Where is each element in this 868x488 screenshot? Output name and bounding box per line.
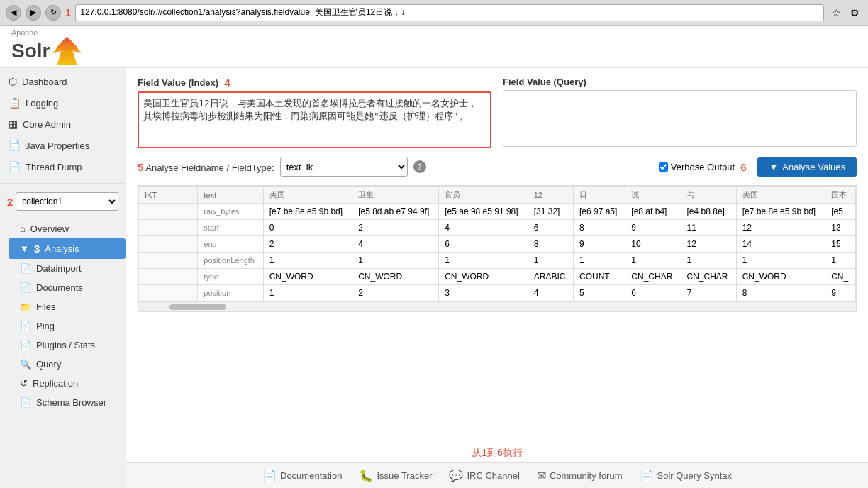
apache-label: Apache	[11, 28, 38, 37]
collection-nav-ping[interactable]: 📄 Ping	[9, 316, 126, 336]
settings-icon[interactable]: ⚙	[847, 5, 862, 21]
sidebar-item-thread-dump[interactable]: 📄 Thread Dump	[0, 156, 126, 177]
table-header-col7: 与	[681, 187, 736, 204]
analysis-table: IKT text 美国 卫生 官员 12 日 说 与 美国 国本	[138, 186, 856, 301]
field-value-query-input[interactable]	[503, 90, 857, 147]
cell-start-3: 4	[439, 220, 528, 236]
table-header-col4: 12	[528, 187, 573, 204]
collection-label-replication: Replication	[33, 378, 78, 389]
cell-position-4: 4	[528, 285, 573, 301]
cell-position-5: 5	[574, 285, 625, 301]
footer-solr-query-syntax-label: Solr Query Syntax	[657, 470, 733, 481]
cell-raw-bytes-1: [e7 be 8e e5 9b bd]	[263, 204, 352, 220]
ping-icon: 📄	[20, 321, 31, 331]
collection-nav-files[interactable]: 📁 Files	[9, 297, 126, 316]
table-header-col5: 日	[574, 187, 625, 204]
footer-issue-tracker[interactable]: 🐛 Issue Tracker	[359, 469, 432, 482]
footer-community-forum[interactable]: ✉ Community forum	[537, 469, 623, 482]
collection-nav-query[interactable]: 🔍 Query	[9, 355, 126, 374]
cell-start-2: 2	[352, 220, 439, 236]
collection-select[interactable]: collection1	[16, 192, 118, 211]
forward-button[interactable]: ▶	[26, 5, 41, 21]
collection-label-dataimport: Dataimport	[36, 263, 82, 274]
field-value-query-group: Field Value (Query)	[503, 77, 857, 148]
cell-end-5: 9	[574, 236, 625, 253]
fieldname-label-text: Analyse Fieldname / FieldType:	[145, 162, 274, 173]
sidebar-item-dashboard[interactable]: ⬡ Dashboard	[0, 71, 126, 92]
collection-nav-documents[interactable]: 📄 Documents	[9, 278, 126, 297]
collection-nav-replication[interactable]: ↺ Replication	[9, 374, 126, 393]
field-value-index-input[interactable]: 美国卫生官员12日说，与美国本土发现的首名埃博拉患者有过接触的一名女护士，其埃博…	[138, 92, 491, 148]
irc-channel-icon: 💬	[449, 469, 463, 482]
sidebar-item-java-properties[interactable]: 📄 Java Properties	[0, 135, 126, 156]
analysis-panel: Field Value (Index) 4 美国卫生官员12日说，与美国本土发现…	[126, 68, 868, 444]
row-header-text: raw_bytes	[198, 204, 263, 220]
row-label-start	[139, 220, 198, 236]
collection-nav-overview[interactable]: ⌂ Overview	[9, 219, 126, 238]
row-label-type	[139, 269, 198, 285]
cell-end-9: 15	[825, 236, 856, 253]
java-properties-icon: 📄	[9, 140, 21, 151]
cell-raw-bytes-7: [e4 b8 8e]	[681, 204, 736, 220]
table-row-position: position 1 2 3 4 5 6 7 8 9	[139, 285, 856, 301]
cell-position-2: 2	[352, 285, 439, 301]
scrollbar-area[interactable]	[138, 301, 856, 311]
sidebar-item-logging[interactable]: 📋 Logging	[0, 92, 126, 113]
app-body: ⬡ Dashboard 📋 Logging ▦ Core Admin 📄 Jav…	[0, 68, 868, 488]
cell-end-1: 2	[263, 236, 352, 253]
table-header-col1: 美国	[263, 187, 352, 204]
row-label-raw-bytes	[139, 204, 198, 220]
scrollbar-thumb[interactable]	[169, 304, 226, 310]
sidebar-item-core-admin[interactable]: ▦ Core Admin	[0, 113, 126, 135]
fieldname-row: 5 Analyse Fieldname / FieldType: text_ik…	[138, 157, 857, 177]
help-icon[interactable]: ?	[413, 160, 426, 173]
back-button[interactable]: ◀	[6, 5, 21, 21]
cell-raw-bytes-9: [e5	[825, 204, 856, 220]
app-container: Apache Solr ⬡ Dashboard 📋 Logging ▦	[0, 26, 868, 488]
field-value-query-label: Field Value (Query)	[503, 77, 857, 87]
cell-pos-length-1: 1	[263, 253, 352, 269]
row-header-start: start	[198, 220, 263, 236]
cell-position-3: 3	[439, 285, 528, 301]
bookmark-icon[interactable]: ☆	[828, 5, 844, 21]
annotation-2: 2	[7, 196, 13, 208]
collection-label-schema-browser: Schema Browser	[36, 397, 106, 408]
field-value-index-label: Field Value (Index)	[138, 77, 218, 88]
collection-label-analysis: Analysis	[45, 243, 79, 254]
community-forum-icon: ✉	[537, 469, 546, 482]
table-row-position-length: positionLength 1 1 1 1 1 1 1 1 1	[139, 253, 856, 269]
analyse-values-button[interactable]: ▼ Analyse Values	[757, 157, 857, 177]
refresh-button[interactable]: ↻	[45, 5, 61, 21]
sidebar-label-thread-dump: Thread Dump	[26, 162, 82, 172]
cell-end-4: 8	[528, 236, 573, 253]
files-icon: 📁	[20, 301, 31, 312]
collection-nav-schema-browser[interactable]: 📄 Schema Browser	[9, 393, 126, 412]
url-bar[interactable]	[75, 4, 824, 21]
collection-nav-analysis[interactable]: ▼ 3 Analysis	[9, 238, 126, 259]
cell-type-2: CN_WORD	[352, 269, 439, 285]
footer-documentation[interactable]: 📄 Documentation	[262, 469, 342, 482]
collection-nav-dataimport[interactable]: 📄 Dataimport	[9, 259, 126, 278]
cell-end-8: 14	[736, 236, 825, 253]
table-header-col8: 美国	[736, 187, 825, 204]
fieldname-select[interactable]: text_ik text_general string	[280, 157, 408, 177]
table-row-end: end 2 4 6 8 9 10 12 14 15	[139, 236, 856, 253]
footer-community-forum-label: Community forum	[550, 470, 623, 481]
verbose-output-group: Verbose Output	[659, 162, 735, 172]
table-header-col3: 官员	[439, 187, 528, 204]
cell-pos-length-3: 1	[439, 253, 528, 269]
logging-icon: 📋	[9, 97, 21, 109]
schema-browser-icon: 📄	[20, 397, 31, 408]
footer-solr-query-syntax[interactable]: 📄 Solr Query Syntax	[640, 469, 733, 482]
collection-nav-plugins[interactable]: 📄 Plugins / Stats	[9, 336, 126, 355]
cell-raw-bytes-3: [e5 ae 98 e5 91 98]	[439, 204, 528, 220]
cell-type-5: COUNT	[574, 269, 625, 285]
collection-label-documents: Documents	[36, 282, 83, 293]
analysis-table-container: IKT text 美国 卫生 官员 12 日 说 与 美国 国本	[138, 185, 857, 312]
footer-irc-channel[interactable]: 💬 IRC Channel	[449, 469, 519, 482]
verbose-checkbox[interactable]	[659, 162, 668, 172]
cell-position-7: 7	[681, 285, 736, 301]
table-row-type: type CN_WORD CN_WORD CN_WORD ARABIC COUN…	[139, 269, 856, 285]
footer: 📄 Documentation 🐛 Issue Tracker 💬 IRC Ch…	[126, 462, 868, 488]
solr-logo-main: Solr	[11, 37, 81, 65]
